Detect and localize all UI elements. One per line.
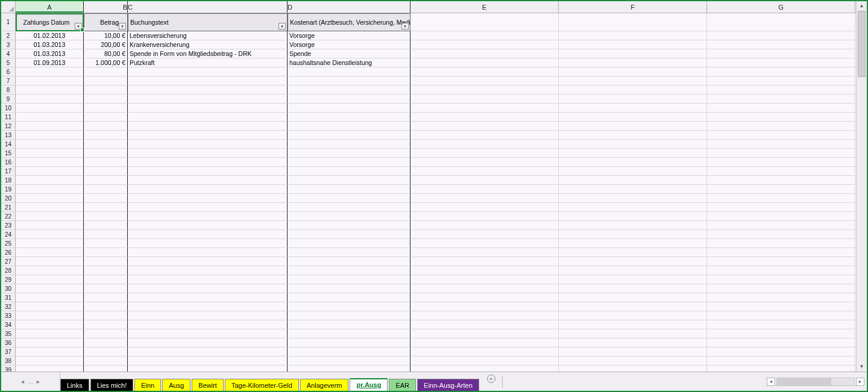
cell-B12[interactable] [84, 122, 128, 131]
row-header-32[interactable]: 32 [1, 302, 16, 311]
cell-B9[interactable] [84, 95, 128, 104]
sheet-tab-pr-ausg[interactable]: pr.Ausg [350, 378, 388, 391]
cell-A24[interactable] [16, 230, 84, 239]
cell-C32[interactable] [128, 302, 288, 311]
cell-E39[interactable] [410, 366, 559, 372]
cell-D33[interactable] [288, 311, 410, 320]
cell-E16[interactable] [410, 158, 559, 167]
row-header-27[interactable]: 27 [1, 257, 16, 266]
cell-C26[interactable] [128, 248, 288, 257]
row-header-7[interactable]: 7 [1, 76, 16, 86]
cell-D14[interactable] [288, 140, 410, 149]
cell-E24[interactable] [410, 230, 559, 239]
row-header-21[interactable]: 21 [1, 203, 16, 212]
cell-D24[interactable] [288, 230, 410, 239]
cell-F22[interactable] [559, 212, 707, 221]
cell-D23[interactable] [288, 221, 410, 230]
cell-G31[interactable] [707, 293, 855, 302]
cell-B37[interactable] [84, 347, 128, 356]
row-header-33[interactable]: 33 [1, 311, 16, 320]
cell-F12[interactable] [559, 122, 707, 131]
cell-E26[interactable] [410, 248, 559, 257]
row-header-26[interactable]: 26 [1, 248, 16, 257]
cell-G21[interactable] [707, 203, 855, 212]
cell-E4[interactable] [410, 49, 559, 58]
cell-C33[interactable] [128, 311, 288, 320]
sheet-tab-einn[interactable]: Einn [134, 379, 161, 391]
cell-B22[interactable] [84, 212, 128, 221]
cell-G5[interactable] [707, 58, 855, 67]
cell-G9[interactable] [707, 95, 855, 104]
column-header-E[interactable]: E [410, 1, 559, 13]
cell-B18[interactable] [84, 176, 128, 185]
cell-F2[interactable] [559, 31, 707, 40]
cell-F18[interactable] [559, 176, 707, 185]
cell-G18[interactable] [707, 176, 855, 185]
cell-G3[interactable] [707, 40, 855, 49]
row-header-4[interactable]: 4 [1, 49, 16, 58]
cell-C15[interactable] [128, 149, 288, 158]
cell-B23[interactable] [84, 221, 128, 230]
cell-G27[interactable] [707, 257, 855, 266]
cell-A18[interactable] [16, 176, 84, 185]
cell-E19[interactable] [410, 185, 559, 194]
cell-F29[interactable] [559, 275, 707, 284]
cell-E11[interactable] [410, 113, 559, 122]
table-header-D[interactable]: Kostenart (Arztbesuch, Versicherung, Med… [288, 13, 410, 31]
row-header-2[interactable]: 2 [1, 31, 16, 40]
cell-G20[interactable] [707, 194, 855, 203]
cell-F4[interactable] [559, 49, 707, 58]
cell-B26[interactable] [84, 248, 128, 257]
row-header-10[interactable]: 10 [1, 104, 16, 113]
cell-A32[interactable] [16, 302, 84, 311]
cell-G14[interactable] [707, 140, 855, 149]
row-header-14[interactable]: 14 [1, 140, 16, 149]
cell-G4[interactable] [707, 49, 855, 58]
cell-B30[interactable] [84, 284, 128, 293]
cell-F23[interactable] [559, 221, 707, 230]
cell-A28[interactable] [16, 266, 84, 275]
cell-F27[interactable] [559, 257, 707, 266]
cell-A19[interactable] [16, 185, 84, 194]
cell-D30[interactable] [288, 284, 410, 293]
cell-E7[interactable] [410, 76, 559, 86]
cell-E29[interactable] [410, 275, 559, 284]
cell-D13[interactable] [288, 131, 410, 140]
cell-G35[interactable] [707, 329, 855, 338]
cell-F31[interactable] [559, 293, 707, 302]
cell-F10[interactable] [559, 104, 707, 113]
cell-C20[interactable] [128, 194, 288, 203]
cell-G15[interactable] [707, 149, 855, 158]
cell-G28[interactable] [707, 266, 855, 275]
cell-E6[interactable] [410, 67, 559, 76]
cell-F15[interactable] [559, 149, 707, 158]
cell-E33[interactable] [410, 311, 559, 320]
cell-F7[interactable] [559, 76, 707, 86]
cell-E14[interactable] [410, 140, 559, 149]
sheet-tab-links[interactable]: Links [60, 379, 89, 391]
cell-B13[interactable] [84, 131, 128, 140]
row-header-19[interactable]: 19 [1, 185, 16, 194]
row-header-34[interactable]: 34 [1, 320, 16, 329]
cell-D28[interactable] [288, 266, 410, 275]
cell-F16[interactable] [559, 158, 707, 167]
cell-B32[interactable] [84, 302, 128, 311]
cell-B17[interactable] [84, 167, 128, 176]
cell-D26[interactable] [288, 248, 410, 257]
cell-E35[interactable] [410, 329, 559, 338]
cell-D11[interactable] [288, 113, 410, 122]
cell-B2[interactable]: 10,00 € [84, 31, 128, 40]
cell-A3[interactable]: 01.03.2013 [16, 40, 84, 49]
cell-D7[interactable] [288, 76, 410, 86]
cell-C22[interactable] [128, 212, 288, 221]
cell-F5[interactable] [559, 58, 707, 67]
cell-A6[interactable] [16, 67, 84, 76]
cell-G11[interactable] [707, 113, 855, 122]
cell-A35[interactable] [16, 329, 84, 338]
cell-F13[interactable] [559, 131, 707, 140]
sheet-tab-bewirt[interactable]: Bewirt [192, 379, 224, 391]
row-header-8[interactable]: 8 [1, 86, 16, 95]
cell-A23[interactable] [16, 221, 84, 230]
cell-D35[interactable] [288, 329, 410, 338]
cell-B25[interactable] [84, 239, 128, 248]
